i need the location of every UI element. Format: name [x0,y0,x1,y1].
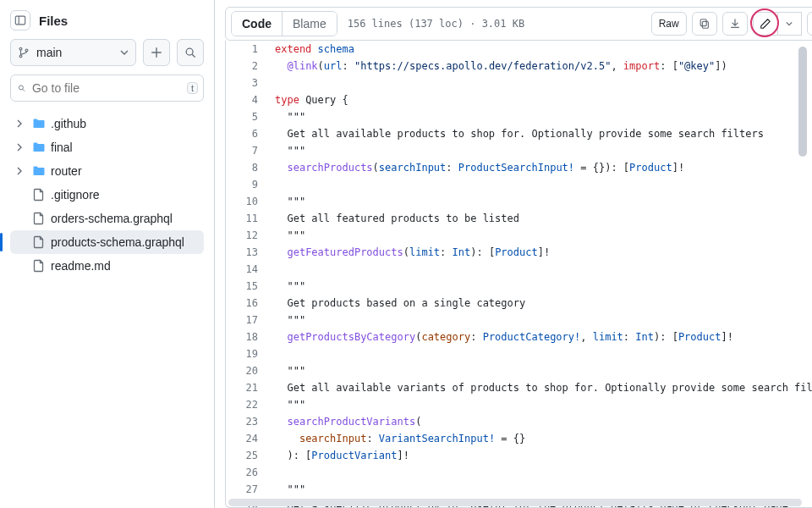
line-number[interactable]: 15 [226,278,272,295]
line-number[interactable]: 5 [226,108,272,125]
code-content[interactable]: @link(url: "https://specs.apollo.dev/fed… [272,58,727,75]
download-button[interactable] [722,12,748,36]
folder-icon [32,141,46,154]
line-number[interactable]: 18 [226,329,272,345]
code-content[interactable]: Get products based on a single category [272,295,525,312]
file-icon [32,259,46,273]
line-number[interactable]: 20 [226,362,272,379]
go-to-file-field[interactable] [32,81,180,95]
line-number[interactable]: 10 [226,193,272,210]
code-content[interactable]: Get all available variants of products t… [272,379,812,396]
line-number[interactable]: 3 [226,75,272,91]
search-repo-button[interactable] [177,39,204,66]
code-content[interactable]: Get all available products to shop for. … [272,125,764,142]
line-number[interactable]: 14 [226,261,272,278]
horizontal-scrollbar[interactable] [228,499,802,506]
code-content[interactable]: getFeaturedProducts(limit: Int): [Produc… [272,244,550,261]
tree-file-products-schema-graphql[interactable]: products-schema.graphql [10,230,204,254]
edit-file-button[interactable] [753,12,778,36]
code-content[interactable]: type Query { [272,91,348,108]
line-number[interactable]: 4 [226,91,272,108]
code-content[interactable]: searchProducts(searchInput: ProductSearc… [272,159,684,176]
code-content[interactable] [272,464,281,481]
code-content[interactable]: ): [ProductVariant]! [272,447,409,464]
caret-down-icon [120,48,129,57]
code-content[interactable]: searchInput: VariantSearchInput! = {} [272,430,525,447]
copy-button[interactable] [692,12,717,36]
tree-folder-final[interactable]: final [10,135,204,159]
code-content[interactable]: """ [272,362,305,379]
code-content[interactable]: getProductsByCategory(category: ProductC… [272,329,733,345]
chevron-right-icon [15,119,27,128]
line-number[interactable]: 2 [226,58,272,75]
edit-dropdown-button[interactable] [778,12,802,36]
code-line: 1extend schema [226,41,812,58]
line-number[interactable]: 1 [226,41,272,58]
folder-icon [32,117,46,130]
tree-file-orders-schema-graphql[interactable]: orders-schema.graphql [10,207,204,230]
code-line: 27 """ [226,481,812,498]
line-number[interactable]: 16 [226,295,272,312]
add-file-button[interactable] [143,39,170,66]
code-content[interactable]: """ [272,278,305,295]
caret-down-icon [786,20,793,27]
tree-folder--github[interactable]: .github [10,112,204,135]
code-line: 15 """ [226,278,812,295]
tab-code[interactable]: Code [232,12,282,36]
search-icon [184,47,196,58]
code-content[interactable]: searchProductVariants( [272,413,421,430]
tree-folder-router[interactable]: router [10,159,204,183]
branch-name: main [36,46,62,59]
tree-file--gitignore[interactable]: .gitignore [10,183,204,207]
line-number[interactable]: 26 [226,464,272,481]
line-number[interactable]: 21 [226,379,272,396]
code-line: 17 """ [226,312,812,329]
code-line: 25 ): [ProductVariant]! [226,447,812,464]
code-content[interactable] [272,176,281,193]
line-number[interactable]: 8 [226,159,272,176]
line-number[interactable]: 23 [226,413,272,430]
line-number[interactable]: 11 [226,210,272,227]
panel-left-icon [14,14,26,26]
search-icon [18,82,25,94]
line-number[interactable]: 25 [226,447,272,464]
line-number[interactable]: 24 [226,430,272,447]
line-number[interactable]: 12 [226,227,272,244]
go-to-file-kbd: t [187,82,198,94]
line-number[interactable]: 17 [226,312,272,329]
tree-item-label: final [51,141,73,154]
code-content[interactable]: extend schema [272,41,354,58]
tab-blame[interactable]: Blame [282,12,337,36]
line-number[interactable]: 27 [226,481,272,498]
chevron-right-icon [15,143,27,152]
line-number[interactable]: 22 [226,396,272,413]
code-content[interactable] [272,261,281,278]
code-content[interactable]: """ [272,396,305,413]
code-content[interactable]: """ [272,227,305,244]
line-number[interactable]: 6 [226,125,272,142]
code-content[interactable]: """ [272,481,305,498]
svg-rect-0 [15,16,25,25]
vertical-scrollbar[interactable] [798,47,807,157]
code-content[interactable]: """ [272,193,305,210]
branch-select[interactable]: main [10,39,136,66]
raw-button[interactable]: Raw [651,12,687,36]
line-number[interactable]: 13 [226,244,272,261]
code-viewer[interactable]: 1extend schema2 @link(url: "https://spec… [225,41,812,508]
symbols-button[interactable] [807,12,812,36]
code-content[interactable]: """ [272,108,305,125]
line-number[interactable]: 19 [226,345,272,362]
go-to-file-input[interactable]: t [10,75,204,102]
file-icon [32,188,46,202]
collapse-sidebar-button[interactable] [10,10,30,30]
line-number[interactable]: 7 [226,142,272,159]
code-content[interactable] [272,75,281,91]
code-content[interactable] [272,345,281,362]
code-line: 26 [226,464,812,481]
copy-icon [699,18,710,30]
code-content[interactable]: """ [272,142,305,159]
tree-file-readme-md[interactable]: readme.md [10,254,204,278]
code-content[interactable]: """ [272,312,305,329]
line-number[interactable]: 9 [226,176,272,193]
code-content[interactable]: Get all featured products to be listed [272,210,519,227]
